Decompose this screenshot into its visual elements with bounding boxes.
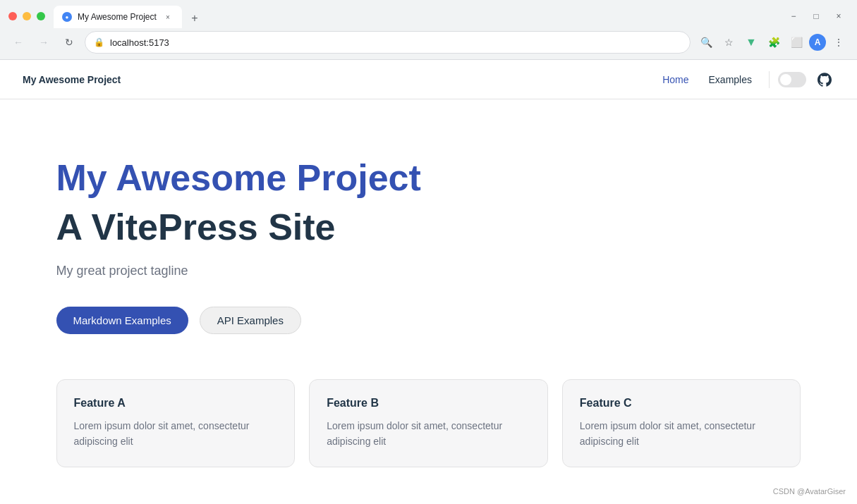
- feature-b-desc: Lorem ipsum dolor sit amet, consectetur …: [327, 418, 530, 450]
- tab-favicon-icon: ●: [62, 12, 72, 22]
- hero-actions: Markdown Examples API Examples: [56, 307, 801, 334]
- hero-tagline: My great project tagline: [56, 264, 801, 278]
- hero-section: My Awesome Project A VitePress Site My g…: [23, 99, 835, 504]
- title-bar: ● My Awesome Project × + − □ ×: [0, 0, 857, 28]
- url-input[interactable]: [110, 37, 681, 48]
- secure-icon: 🔒: [94, 37, 104, 47]
- window-close-button[interactable]: ×: [829, 6, 849, 26]
- theme-toggle-button[interactable]: [778, 72, 806, 87]
- site-navbar: My Awesome Project Home Examples: [0, 60, 857, 99]
- split-view-button[interactable]: ⬜: [786, 32, 806, 52]
- nav-link-examples[interactable]: Examples: [700, 71, 760, 88]
- feature-a-desc: Lorem ipsum dolor sit amet, consectetur …: [74, 418, 278, 450]
- api-examples-button[interactable]: API Examples: [200, 307, 301, 334]
- new-tab-button[interactable]: +: [185, 8, 205, 28]
- tab-close-button[interactable]: ×: [162, 11, 174, 23]
- window-controls: [8, 12, 45, 20]
- hero-title-sub: A VitePress Site: [56, 205, 801, 249]
- address-bar: ← → ↻ 🔒 🔍 ☆ ▼ 🧩 ⬜ A ⋮: [0, 28, 857, 59]
- nav-divider: [769, 71, 770, 88]
- url-bar[interactable]: 🔒: [85, 31, 691, 54]
- extensions-button[interactable]: 🧩: [764, 32, 784, 52]
- feature-card-c: Feature C Lorem ipsum dolor sit amet, co…: [562, 379, 801, 467]
- toolbar-icons: 🔍 ☆ ▼ 🧩 ⬜ A ⋮: [696, 32, 849, 52]
- tab-bar: ● My Awesome Project × +: [54, 4, 784, 28]
- watermark: CSDN @AvatarGiser: [773, 487, 846, 496]
- window-actions: − □ ×: [784, 6, 849, 26]
- nav-link-home[interactable]: Home: [654, 71, 697, 88]
- markdown-examples-button[interactable]: Markdown Examples: [56, 307, 188, 334]
- feature-c-title: Feature C: [580, 397, 784, 410]
- site-logo: My Awesome Project: [23, 74, 654, 85]
- features-grid: Feature A Lorem ipsum dolor sit amet, co…: [56, 379, 801, 467]
- search-icon-button[interactable]: 🔍: [696, 32, 716, 52]
- vuejs-extension-button[interactable]: ▼: [741, 32, 761, 52]
- feature-c-desc: Lorem ipsum dolor sit amet, consectetur …: [580, 418, 784, 450]
- github-link[interactable]: [815, 70, 834, 90]
- nav-links: Home Examples: [654, 70, 834, 90]
- window-restore-button[interactable]: □: [806, 6, 826, 26]
- maximize-window-button[interactable]: [37, 12, 45, 20]
- hero-title-main: My Awesome Project: [56, 156, 801, 199]
- back-button[interactable]: ←: [8, 32, 28, 52]
- feature-a-title: Feature A: [74, 397, 278, 410]
- minimize-window-button[interactable]: [23, 12, 31, 20]
- feature-card-b: Feature B Lorem ipsum dolor sit amet, co…: [309, 379, 548, 467]
- tab-title: My Awesome Project: [78, 12, 157, 22]
- menu-button[interactable]: ⋮: [829, 32, 849, 52]
- window-minimize-button[interactable]: −: [784, 6, 803, 26]
- bookmark-button[interactable]: ☆: [719, 32, 739, 52]
- site-wrapper: My Awesome Project Home Examples My Awes…: [0, 60, 857, 504]
- feature-card-a: Feature A Lorem ipsum dolor sit amet, co…: [56, 379, 296, 467]
- github-icon: [818, 73, 832, 87]
- forward-button[interactable]: →: [34, 32, 54, 52]
- browser-tab[interactable]: ● My Awesome Project ×: [54, 6, 182, 28]
- close-window-button[interactable]: [8, 12, 17, 20]
- browser-chrome: ● My Awesome Project × + − □ × ← → ↻ 🔒 🔍…: [0, 0, 857, 60]
- feature-b-title: Feature B: [327, 397, 530, 410]
- profile-button[interactable]: A: [809, 34, 826, 51]
- reload-button[interactable]: ↻: [59, 32, 79, 52]
